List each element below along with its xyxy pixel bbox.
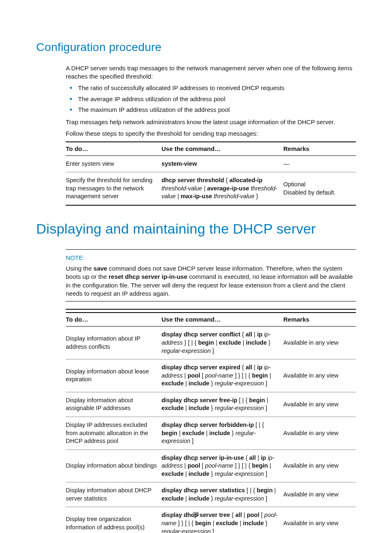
col-header: Use the command…	[161, 142, 284, 156]
divider	[66, 301, 356, 301]
table-row: Display information about IP address con…	[66, 327, 356, 359]
cell-command: display dhcp server ip-in-use { all | ip…	[161, 450, 284, 482]
heading-config-procedure: Configuration procedure	[36, 39, 356, 55]
bullet-item: The average IP address utilization of th…	[77, 95, 356, 103]
cell-remarks: —	[283, 155, 356, 172]
cell-remarks: Available in any view	[283, 482, 356, 507]
table-row: Display information about lease expirati…	[66, 359, 356, 392]
table-row: Display information about assignable IP …	[66, 392, 356, 417]
page-number: 35	[0, 510, 392, 518]
table-lead-in: Follow these steps to specify the thresh…	[66, 130, 356, 138]
cell-remarks: Available in any view	[283, 359, 356, 392]
cell-command: display dhcp server expired { all | ip i…	[161, 359, 284, 392]
cell-todo: Display information about DHCP server st…	[66, 482, 161, 507]
cell-command: display dhcp server conflict { all | ip …	[161, 327, 284, 359]
note-body: Using the save command does not save DHC…	[66, 264, 356, 298]
cell-command: display dhcp server statistics [ | { beg…	[161, 482, 284, 507]
cell-todo: Display information about assignable IP …	[66, 392, 161, 417]
bullet-list: The ratio of successfully allocated IP a…	[66, 84, 356, 114]
cell-remarks: Available in any view	[283, 392, 356, 417]
cell-remarks: Available in any view	[283, 327, 356, 359]
bullet-item: The maximum IP address utilization of th…	[77, 106, 356, 114]
col-header: Remarks	[283, 142, 356, 156]
after-bullets-text: Trap messages help network administrator…	[66, 118, 356, 126]
cell-remarks: OptionalDisabled by default.	[283, 172, 356, 205]
bullet-item: The ratio of successfully allocated IP a…	[77, 84, 356, 92]
cell-command: system-view	[161, 155, 284, 172]
cell-command: display dhcp server free-ip [ | { begin …	[161, 392, 284, 417]
cell-todo: Enter system view	[66, 155, 161, 172]
page: Configuration procedure A DHCP server se…	[0, 0, 392, 533]
cell-todo: Specify the threshold for sending trap m…	[66, 172, 161, 205]
col-header: To do…	[66, 313, 161, 327]
divider	[66, 309, 356, 310]
table-row: Display IP addresses excluded from autom…	[66, 417, 356, 450]
table-thresholds: To do… Use the command… Remarks Enter sy…	[66, 141, 356, 206]
table-row: Display information about DHCP server st…	[66, 482, 356, 507]
col-header: To do…	[66, 142, 161, 156]
table-row: Display information about bindingsdispla…	[66, 450, 356, 482]
cell-remarks: Available in any view	[283, 417, 356, 450]
col-header: Remarks	[283, 313, 356, 327]
cell-remarks: Available in any view	[283, 450, 356, 482]
cell-todo: Display IP addresses excluded from autom…	[66, 417, 161, 450]
note-label: NOTE:	[66, 254, 356, 262]
col-header: Use the command…	[161, 313, 284, 327]
cell-command: dhcp server threshold { allocated-ip thr…	[161, 172, 284, 205]
section2-body: NOTE: Using the save command does not sa…	[66, 249, 356, 533]
cell-todo: Display information about bindings	[66, 450, 161, 482]
cell-todo: Display information about lease expirati…	[66, 359, 161, 392]
section1-body: A DHCP server sends trap messages to the…	[66, 64, 356, 206]
divider	[66, 249, 356, 250]
table-row: Enter system viewsystem-view—	[66, 155, 356, 172]
heading-display-maintain: Displaying and maintaining the DHCP serv…	[36, 220, 356, 239]
cell-command: display dhcp server forbidden-ip [ | { b…	[161, 417, 284, 450]
intro-text: A DHCP server sends trap messages to the…	[66, 64, 356, 81]
cell-todo: Display information about IP address con…	[66, 327, 161, 359]
table-display-commands: To do… Use the command… Remarks Display …	[66, 312, 356, 533]
table-row: Specify the threshold for sending trap m…	[66, 172, 356, 205]
